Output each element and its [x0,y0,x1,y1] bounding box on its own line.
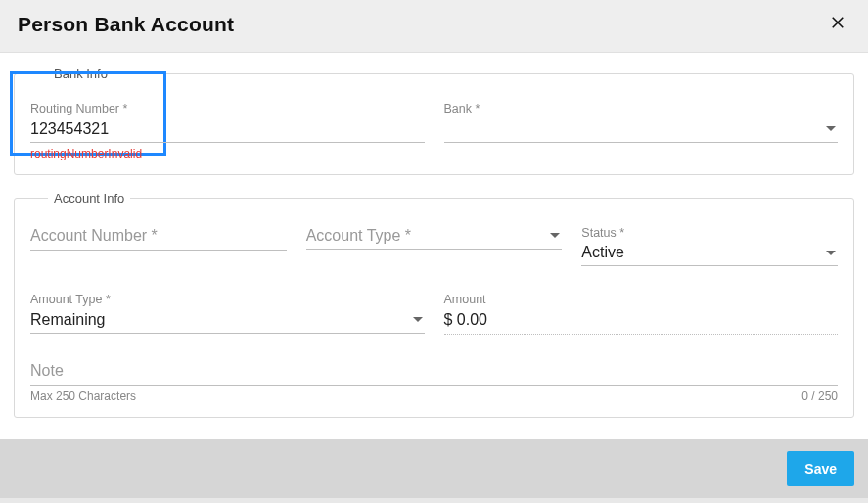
note-meta: Max 250 Characters 0 / 250 [30,389,838,403]
account-number-input[interactable]: Account Number * [30,225,287,251]
amount-type-label: Amount Type * [30,292,425,309]
dialog-body: Bank Info Routing Number * routingNumber… [0,53,868,439]
chevron-down-icon [826,126,836,131]
amount-field: Amount $ 0.00 [444,290,839,335]
save-button[interactable]: Save [787,451,854,486]
routing-number-input[interactable] [30,118,425,143]
routing-number-error: routingNumberInvalid [30,147,425,160]
note-input[interactable]: Note [30,360,838,386]
note-field: Note Max 250 Characters 0 / 250 [30,358,838,403]
routing-number-field: Routing Number * routingNumberInvalid [30,99,425,160]
account-number-field: Account Number * [30,223,287,267]
amount-input[interactable]: $ 0.00 [444,309,839,335]
amount-label: Amount [444,292,839,309]
person-bank-account-dialog: Person Bank Account Bank Info Routing Nu… [0,0,868,498]
account-info-section: Account Info Account Number * Account Ty… [14,191,854,418]
bank-label: Bank * [444,101,839,118]
dialog-header: Person Bank Account [0,0,868,53]
status-label: Status * [581,225,838,243]
note-counter: 0 / 250 [801,389,838,403]
status-field: Status * Active [581,223,838,267]
chevron-down-icon [826,251,836,255]
dialog-title: Person Bank Account [18,13,234,36]
close-button[interactable] [825,10,850,38]
bank-field: Bank * [444,99,839,160]
bank-value [444,120,448,138]
status-value: Active [581,244,624,261]
dialog-footer: Save [0,439,868,498]
routing-number-label: Routing Number * [30,101,425,118]
chevron-down-icon [413,317,423,322]
account-type-field: Account Type * [306,223,563,267]
amount-type-field: Amount Type * Remaining [30,290,425,335]
amount-type-select[interactable]: Remaining [30,309,425,334]
bank-select[interactable] [444,118,839,143]
account-info-legend: Account Info [48,191,130,206]
bank-info-legend: Bank Info [48,67,114,81]
note-hint: Max 250 Characters [30,389,136,403]
bank-info-section: Bank Info Routing Number * routingNumber… [14,67,854,175]
amount-type-value: Remaining [30,311,105,329]
chevron-down-icon [550,233,560,238]
account-type-placeholder: Account Type * [306,227,411,245]
status-select[interactable]: Active [581,242,838,266]
close-icon [829,14,846,31]
account-type-select[interactable]: Account Type * [306,225,563,250]
